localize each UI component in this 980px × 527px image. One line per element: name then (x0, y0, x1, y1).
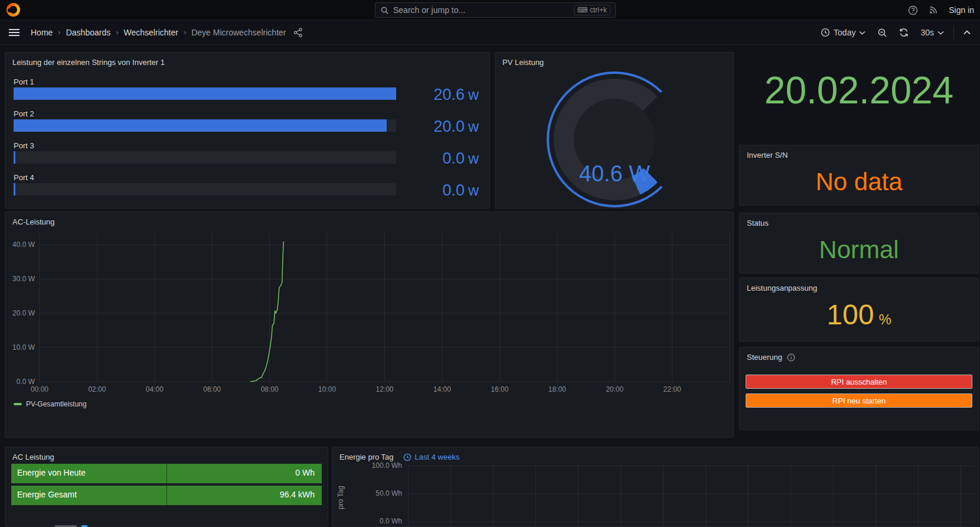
share-dashboard-button[interactable] (293, 28, 303, 37)
port-label: Port 3 (14, 141, 479, 150)
refresh-interval-picker[interactable]: 30s (916, 24, 949, 41)
search-input[interactable]: Search or jump to... ⌨ctrl+k (375, 2, 616, 18)
x-tick-label: 20:00 (606, 385, 623, 393)
x-tick-label: 18:00 (548, 385, 566, 393)
bar-gauge-row: Port 3 0.0w (14, 141, 479, 167)
x-tick-label: 22:00 (664, 385, 681, 393)
y-tick-label: 0.0 Wh (356, 517, 402, 525)
legend-swatch (14, 403, 22, 405)
rpi-shutdown-button[interactable]: RPI ausschalten (746, 375, 972, 389)
y-tick-label: 10.0 W (5, 343, 35, 352)
x-axis-labels: 00:0002:0004:0006:0008:0010:0012:0014:00… (40, 385, 730, 395)
bar-fill (14, 119, 387, 132)
chevron-up-icon (963, 30, 971, 35)
y-tick-label: 40.0 W (5, 240, 35, 249)
clock-icon (821, 28, 830, 37)
inverter-sn-value: No data (740, 168, 978, 196)
table-cell-value: 96.4 kWh (280, 490, 315, 499)
y-axis-title: pro Tag (337, 468, 345, 527)
ac-plot-area (40, 233, 730, 382)
breadcrumb-separator: › (116, 28, 118, 37)
bar-fill (14, 87, 396, 100)
chevron-down-icon (937, 31, 944, 35)
panel-daily-energy: Energie pro Tag Last 4 weeks pro Tag 100… (332, 447, 979, 527)
legend-item[interactable]: PV-Gesamtleistung (14, 400, 87, 408)
menu-toggle-button[interactable] (8, 28, 20, 37)
panel-title: Status (740, 213, 978, 227)
bar-fill (14, 151, 15, 164)
grafana-logo[interactable] (6, 3, 20, 17)
y-tick-label: 100.0 Wh (356, 461, 402, 470)
panel-steuerung: Steuerung RPI ausschalten RPI neu starte… (739, 347, 979, 430)
breadcrumb-dashboards[interactable]: Dashboards (66, 28, 111, 37)
gauge-value: 40.6 W (547, 161, 682, 187)
breadcrumb-folder[interactable]: Wechselrichter (124, 28, 178, 37)
panel-status: Status Normal (739, 213, 979, 274)
gridline (408, 521, 975, 522)
rpi-restart-button[interactable]: RPI neu starten (746, 393, 972, 408)
y-tick-label: 50.0 Wh (356, 489, 402, 497)
news-button[interactable] (929, 5, 938, 15)
panel-leistungsanpassung: Leistungsanpassung 100% (739, 278, 979, 341)
panel-strings: Leistung der einzelnen Strings von Inver… (5, 52, 490, 209)
panel-time-range-link[interactable]: Last 4 weeks (403, 447, 460, 461)
pv-gesamtleistung-series (250, 242, 283, 382)
y-tick-label: 0.0 W (5, 378, 35, 386)
legend-label: PV-Gesamtleistung (26, 400, 87, 408)
panel-ac-table: AC Leistung Energie von Heute 0 Wh Energ… (5, 447, 328, 527)
panel-title: Steuerung (740, 347, 978, 362)
refresh-icon (899, 28, 909, 37)
bar-track (14, 119, 396, 132)
table-row: Energie Gesamt 96.4 kWh (11, 486, 322, 505)
bar-track (14, 151, 396, 164)
sign-in-link[interactable]: Sign in (949, 5, 974, 15)
refresh-button[interactable] (894, 24, 913, 41)
table-cell-label: Energie von Heute (17, 468, 86, 477)
breadcrumb-separator: › (58, 28, 60, 37)
rss-icon (929, 5, 938, 15)
panel-title: AC-Leistung (5, 212, 733, 226)
daily-bar-chart-grid (408, 466, 975, 527)
bar-gauge-row: Port 2 20.0w (14, 109, 479, 135)
gridline (408, 493, 975, 494)
share-icon (293, 28, 303, 37)
clock-icon (403, 453, 411, 461)
panel-inverter-sn: Inverter S/N No data (739, 145, 979, 206)
bar-gauge-row: Port 4 0.0w (14, 173, 479, 199)
help-circle-icon (908, 5, 918, 15)
panel-title: AC Leistung (5, 447, 328, 461)
breadcrumb-current-dashboard: Deye Microwechselrichter (191, 28, 286, 37)
table-cell-label: Energie Gesamt (17, 490, 77, 499)
x-tick-label: 02:00 (88, 385, 106, 393)
date-value: 20.02.2024 (739, 69, 979, 112)
zoom-out-button[interactable] (873, 24, 892, 41)
panel-title: Inverter S/N (740, 145, 978, 160)
port-value: 0.0w (390, 149, 479, 168)
bar-fill (14, 183, 15, 196)
breadcrumb-bar: Home › Dashboards › Wechselrichter › Dey… (0, 20, 980, 45)
breadcrumb-separator: › (184, 28, 186, 37)
kiosk-mode-button[interactable] (959, 27, 975, 38)
status-value: Normal (740, 236, 978, 264)
panel-date: 20.02.2024 (739, 52, 979, 141)
top-nav: Search or jump to... ⌨ctrl+k Sign in (0, 0, 980, 20)
pv-gauge: 40.6 W (547, 71, 682, 207)
bar-gauge-row: Port 1 20.6w (14, 77, 479, 103)
port-value: 20.0w (390, 118, 479, 136)
breadcrumb-home[interactable]: Home (31, 28, 53, 37)
ac-line-chart (40, 233, 730, 382)
time-range-picker[interactable]: Today (816, 24, 870, 41)
chevron-down-icon (859, 31, 865, 35)
panel-pv-gauge: PV Leistung 40.6 W (495, 52, 734, 209)
breadcrumb: Home › Dashboards › Wechselrichter › Dey… (31, 28, 286, 37)
x-tick-label: 10:00 (318, 385, 336, 393)
bar-track (14, 87, 396, 100)
help-button[interactable] (908, 5, 918, 15)
port-value: 20.6w (390, 86, 479, 104)
panel-ac-chart: AC-Leistung 0.0 W10.0 W20.0 W30.0 W40.0 … (5, 212, 734, 438)
table-cell-value: 0 Wh (295, 468, 315, 477)
x-tick-label: 00:00 (31, 385, 48, 393)
search-icon (380, 6, 389, 15)
info-icon[interactable] (787, 353, 795, 362)
port-label: Port 4 (14, 173, 479, 182)
